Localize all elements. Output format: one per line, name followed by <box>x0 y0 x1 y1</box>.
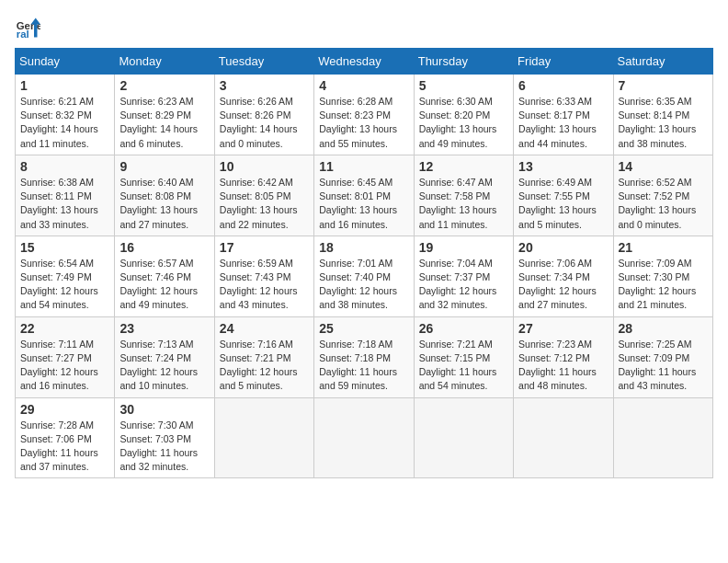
weekday-header: Sunday <box>16 49 115 75</box>
day-number: 17 <box>220 240 309 255</box>
calendar-day-cell: 11Sunrise: 6:45 AMSunset: 8:01 PMDayligh… <box>314 155 414 236</box>
day-number: 6 <box>518 78 608 93</box>
day-info: Sunrise: 7:18 AMSunset: 7:18 PMDaylight:… <box>319 338 408 394</box>
logo: Gene ral <box>15 15 44 40</box>
day-number: 19 <box>419 240 508 255</box>
day-info: Sunrise: 6:30 AMSunset: 8:20 PMDaylight:… <box>419 95 508 151</box>
calendar-day-cell: 29Sunrise: 7:28 AMSunset: 7:06 PMDayligh… <box>16 397 115 478</box>
day-info: Sunrise: 6:23 AMSunset: 8:29 PMDaylight:… <box>119 95 209 151</box>
day-number: 4 <box>319 78 408 93</box>
day-info: Sunrise: 6:42 AMSunset: 8:05 PMDaylight:… <box>220 176 309 232</box>
day-info: Sunrise: 6:35 AMSunset: 8:14 PMDaylight:… <box>619 95 708 151</box>
calendar-day-cell: 17Sunrise: 6:59 AMSunset: 7:43 PMDayligh… <box>214 236 313 316</box>
calendar-day-cell: 15Sunrise: 6:54 AMSunset: 7:49 PMDayligh… <box>16 236 115 316</box>
calendar-day-cell <box>414 397 513 478</box>
day-info: Sunrise: 7:16 AMSunset: 7:21 PMDaylight:… <box>220 338 309 394</box>
weekday-header-row: SundayMondayTuesdayWednesdayThursdayFrid… <box>16 49 713 75</box>
weekday-header: Friday <box>514 49 613 75</box>
weekday-header: Wednesday <box>314 49 414 75</box>
day-number: 2 <box>119 78 209 93</box>
calendar-day-cell: 23Sunrise: 7:13 AMSunset: 7:24 PMDayligh… <box>115 316 214 397</box>
day-number: 1 <box>20 78 109 93</box>
day-info: Sunrise: 6:54 AMSunset: 7:49 PMDaylight:… <box>20 257 109 313</box>
calendar-day-cell: 14Sunrise: 6:52 AMSunset: 7:52 PMDayligh… <box>613 155 712 236</box>
day-info: Sunrise: 7:04 AMSunset: 7:37 PMDaylight:… <box>419 257 508 313</box>
calendar-day-cell: 27Sunrise: 7:23 AMSunset: 7:12 PMDayligh… <box>514 316 613 397</box>
calendar-day-cell: 20Sunrise: 7:06 AMSunset: 7:34 PMDayligh… <box>514 236 613 316</box>
day-info: Sunrise: 7:21 AMSunset: 7:15 PMDaylight:… <box>419 338 508 394</box>
calendar-day-cell: 19Sunrise: 7:04 AMSunset: 7:37 PMDayligh… <box>414 236 513 316</box>
day-number: 15 <box>20 240 109 255</box>
day-info: Sunrise: 7:11 AMSunset: 7:27 PMDaylight:… <box>20 338 109 394</box>
day-info: Sunrise: 7:13 AMSunset: 7:24 PMDaylight:… <box>119 338 209 394</box>
day-number: 26 <box>419 321 508 336</box>
day-info: Sunrise: 6:57 AMSunset: 7:46 PMDaylight:… <box>119 257 209 313</box>
calendar-day-cell: 5Sunrise: 6:30 AMSunset: 8:20 PMDaylight… <box>414 75 513 155</box>
day-number: 13 <box>518 159 608 174</box>
logo-icon: Gene ral <box>15 15 40 40</box>
day-info: Sunrise: 7:06 AMSunset: 7:34 PMDaylight:… <box>518 257 608 313</box>
day-number: 28 <box>619 321 708 336</box>
day-number: 22 <box>20 321 109 336</box>
day-info: Sunrise: 7:28 AMSunset: 7:06 PMDaylight:… <box>20 419 109 475</box>
calendar-day-cell: 18Sunrise: 7:01 AMSunset: 7:40 PMDayligh… <box>314 236 414 316</box>
page-header: Gene ral <box>15 15 713 40</box>
day-info: Sunrise: 7:01 AMSunset: 7:40 PMDaylight:… <box>319 257 408 313</box>
calendar-day-cell: 4Sunrise: 6:28 AMSunset: 8:23 PMDaylight… <box>314 75 414 155</box>
svg-text:ral: ral <box>17 29 29 40</box>
calendar-day-cell: 28Sunrise: 7:25 AMSunset: 7:09 PMDayligh… <box>613 316 712 397</box>
calendar-day-cell: 2Sunrise: 6:23 AMSunset: 8:29 PMDaylight… <box>115 75 214 155</box>
calendar-day-cell: 3Sunrise: 6:26 AMSunset: 8:26 PMDaylight… <box>214 75 313 155</box>
calendar-day-cell: 13Sunrise: 6:49 AMSunset: 7:55 PMDayligh… <box>514 155 613 236</box>
calendar-day-cell: 16Sunrise: 6:57 AMSunset: 7:46 PMDayligh… <box>115 236 214 316</box>
calendar-week-row: 15Sunrise: 6:54 AMSunset: 7:49 PMDayligh… <box>16 236 713 316</box>
calendar-day-cell: 8Sunrise: 6:38 AMSunset: 8:11 PMDaylight… <box>16 155 115 236</box>
calendar-week-row: 1Sunrise: 6:21 AMSunset: 8:32 PMDaylight… <box>16 75 713 155</box>
weekday-header: Saturday <box>613 49 712 75</box>
weekday-header: Monday <box>115 49 214 75</box>
day-number: 27 <box>518 321 608 336</box>
calendar-day-cell: 6Sunrise: 6:33 AMSunset: 8:17 PMDaylight… <box>514 75 613 155</box>
day-info: Sunrise: 7:30 AMSunset: 7:03 PMDaylight:… <box>119 419 209 475</box>
calendar-day-cell <box>214 397 313 478</box>
day-number: 24 <box>220 321 309 336</box>
day-info: Sunrise: 6:52 AMSunset: 7:52 PMDaylight:… <box>619 176 708 232</box>
calendar-day-cell: 22Sunrise: 7:11 AMSunset: 7:27 PMDayligh… <box>16 316 115 397</box>
weekday-header: Tuesday <box>214 49 313 75</box>
day-number: 11 <box>319 159 408 174</box>
day-number: 18 <box>319 240 408 255</box>
day-info: Sunrise: 7:25 AMSunset: 7:09 PMDaylight:… <box>619 338 708 394</box>
day-info: Sunrise: 7:09 AMSunset: 7:30 PMDaylight:… <box>619 257 708 313</box>
day-info: Sunrise: 6:21 AMSunset: 8:32 PMDaylight:… <box>20 95 109 151</box>
calendar-day-cell: 9Sunrise: 6:40 AMSunset: 8:08 PMDaylight… <box>115 155 214 236</box>
calendar-day-cell <box>613 397 712 478</box>
day-info: Sunrise: 6:40 AMSunset: 8:08 PMDaylight:… <box>119 176 209 232</box>
calendar-day-cell: 21Sunrise: 7:09 AMSunset: 7:30 PMDayligh… <box>613 236 712 316</box>
calendar-week-row: 22Sunrise: 7:11 AMSunset: 7:27 PMDayligh… <box>16 316 713 397</box>
weekday-header: Thursday <box>414 49 513 75</box>
day-number: 3 <box>220 78 309 93</box>
day-info: Sunrise: 6:49 AMSunset: 7:55 PMDaylight:… <box>518 176 608 232</box>
calendar-week-row: 8Sunrise: 6:38 AMSunset: 8:11 PMDaylight… <box>16 155 713 236</box>
day-number: 5 <box>419 78 508 93</box>
day-info: Sunrise: 6:26 AMSunset: 8:26 PMDaylight:… <box>220 95 309 151</box>
day-number: 20 <box>518 240 608 255</box>
day-number: 21 <box>619 240 708 255</box>
day-number: 14 <box>619 159 708 174</box>
day-number: 10 <box>220 159 309 174</box>
calendar-day-cell: 25Sunrise: 7:18 AMSunset: 7:18 PMDayligh… <box>314 316 414 397</box>
day-info: Sunrise: 7:23 AMSunset: 7:12 PMDaylight:… <box>518 338 608 394</box>
calendar-day-cell: 10Sunrise: 6:42 AMSunset: 8:05 PMDayligh… <box>214 155 313 236</box>
calendar-day-cell: 24Sunrise: 7:16 AMSunset: 7:21 PMDayligh… <box>214 316 313 397</box>
day-info: Sunrise: 6:45 AMSunset: 8:01 PMDaylight:… <box>319 176 408 232</box>
calendar-day-cell <box>314 397 414 478</box>
calendar-day-cell: 1Sunrise: 6:21 AMSunset: 8:32 PMDaylight… <box>16 75 115 155</box>
calendar-week-row: 29Sunrise: 7:28 AMSunset: 7:06 PMDayligh… <box>16 397 713 478</box>
day-info: Sunrise: 6:28 AMSunset: 8:23 PMDaylight:… <box>319 95 408 151</box>
day-info: Sunrise: 6:33 AMSunset: 8:17 PMDaylight:… <box>518 95 608 151</box>
calendar-day-cell: 30Sunrise: 7:30 AMSunset: 7:03 PMDayligh… <box>115 397 214 478</box>
calendar-table: SundayMondayTuesdayWednesdayThursdayFrid… <box>15 48 713 478</box>
day-number: 8 <box>20 159 109 174</box>
day-number: 16 <box>119 240 209 255</box>
day-info: Sunrise: 6:47 AMSunset: 7:58 PMDaylight:… <box>419 176 508 232</box>
